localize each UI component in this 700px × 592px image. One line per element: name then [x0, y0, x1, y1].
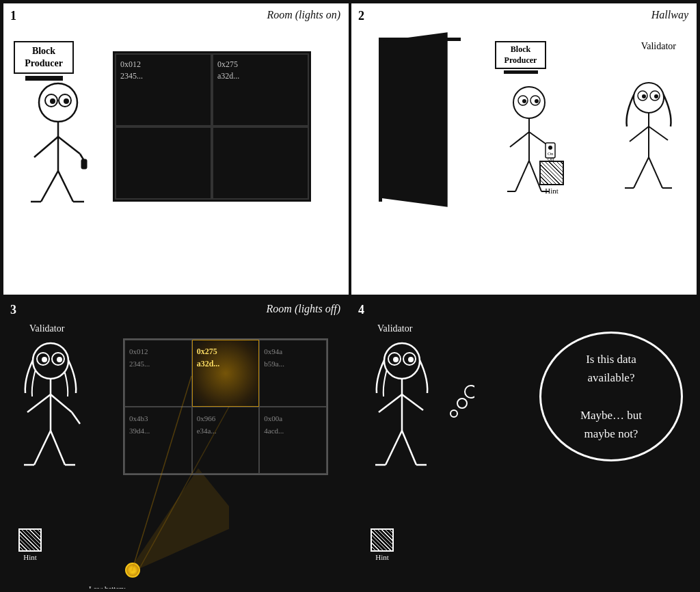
panel-2-label: Hallway — [651, 9, 688, 21]
stick-figure-validator-p2 — [621, 79, 683, 215]
svg-line-64 — [379, 394, 402, 412]
block-grid-p3: 0x0122345... 0x275a32d... 0x94ab59a... 0… — [123, 338, 328, 475]
block-grid-p1: 0x0122345... 0x275a32d... — [113, 51, 311, 202]
panel-3: 3 Room (lights off) Validator — [2, 296, 350, 590]
svg-line-65 — [402, 394, 423, 410]
svg-point-34 — [654, 94, 658, 98]
block-cell-p3-3: 0x4b339d4... — [124, 407, 192, 474]
svg-point-23 — [548, 146, 552, 150]
svg-point-62 — [408, 357, 414, 362]
svg-line-36 — [630, 126, 649, 142]
stick-figure-bp-p2: On Off — [502, 85, 556, 222]
block-producer-sign-p2: Block Producer — [495, 41, 546, 69]
flashlight-beam-p3 — [92, 468, 229, 590]
panel-1-label: Room (lights on) — [267, 9, 340, 21]
svg-line-38 — [634, 157, 649, 188]
svg-line-10 — [41, 171, 58, 202]
svg-point-45 — [42, 357, 47, 362]
svg-line-7 — [58, 137, 80, 154]
hint-box-p2: Hint — [539, 161, 564, 195]
svg-line-26 — [515, 161, 529, 191]
panel-4: 4 Validator Hint — [350, 296, 698, 590]
svg-point-4 — [64, 98, 69, 104]
svg-line-49 — [51, 394, 72, 412]
speech-bubble-p4: Is this data available? Maybe… but maybe… — [539, 332, 683, 461]
svg-point-72 — [465, 386, 474, 398]
block-cell-p3-2: 0x94ab59a... — [259, 340, 327, 407]
validator-label-p2: Validator — [641, 41, 676, 52]
svg-line-52 — [51, 431, 65, 465]
svg-line-37 — [649, 126, 668, 140]
block-cell-p3-0: 0x0122345... — [124, 340, 192, 407]
svg-point-17 — [522, 99, 526, 103]
svg-point-33 — [642, 94, 646, 98]
block-cell-p3-1-highlight: 0x275a32d... — [192, 340, 260, 407]
svg-line-48 — [27, 394, 51, 412]
flashlight-label-p3: Low battery Flashlight — [89, 584, 125, 590]
svg-point-0 — [39, 83, 77, 122]
svg-line-67 — [402, 431, 416, 465]
svg-line-11 — [58, 171, 73, 202]
block-cell-0: 0x0122345... — [115, 53, 212, 126]
validator-label-p4: Validator — [377, 323, 412, 334]
svg-line-66 — [386, 431, 402, 465]
svg-rect-9 — [81, 159, 87, 169]
svg-point-70 — [450, 410, 457, 417]
svg-marker-55 — [126, 468, 229, 574]
stick-figure-validator-p4 — [368, 338, 444, 502]
panel-1: 1 Room (lights on) Block Producer — [2, 2, 350, 296]
panel-1-number: 1 — [10, 9, 16, 23]
panel-4-number: 4 — [358, 303, 364, 317]
hint-box-p3: Hint — [18, 528, 42, 561]
svg-point-3 — [50, 98, 55, 104]
comic-strip: 1 Room (lights on) Block Producer — [0, 0, 700, 592]
panel-2: 2 Hallway Block Producer — [350, 2, 698, 296]
block-cell-3 — [212, 126, 309, 200]
hint-box-p4: Hint — [371, 528, 394, 561]
svg-point-18 — [535, 99, 539, 103]
svg-line-6 — [34, 137, 58, 157]
panel-3-label: Room (lights off) — [267, 303, 340, 315]
validator-label-p3: Validator — [29, 323, 64, 334]
door — [379, 38, 468, 215]
svg-point-46 — [57, 357, 62, 362]
thought-dots-p4 — [447, 379, 474, 420]
block-cell-1: 0x275a32d... — [212, 53, 309, 126]
svg-point-61 — [393, 357, 399, 362]
panel-2-number: 2 — [358, 9, 364, 23]
svg-line-39 — [649, 157, 662, 188]
flashlight-dot-p3 — [125, 563, 140, 578]
svg-text:On: On — [548, 151, 554, 157]
block-cell-p3-4: 0x966e34a... — [192, 407, 260, 474]
svg-line-51 — [34, 431, 51, 465]
svg-line-50 — [72, 412, 80, 424]
stick-figure-p1 — [24, 82, 92, 232]
stick-figure-validator-p3 — [17, 338, 92, 502]
svg-line-20 — [510, 132, 529, 147]
block-producer-sign-p1: Block Producer — [14, 41, 74, 74]
svg-point-71 — [457, 399, 467, 408]
block-cell-2 — [115, 126, 212, 200]
panel-3-number: 3 — [10, 303, 16, 317]
block-cell-p3-5: 0x00a4acd... — [259, 407, 327, 474]
